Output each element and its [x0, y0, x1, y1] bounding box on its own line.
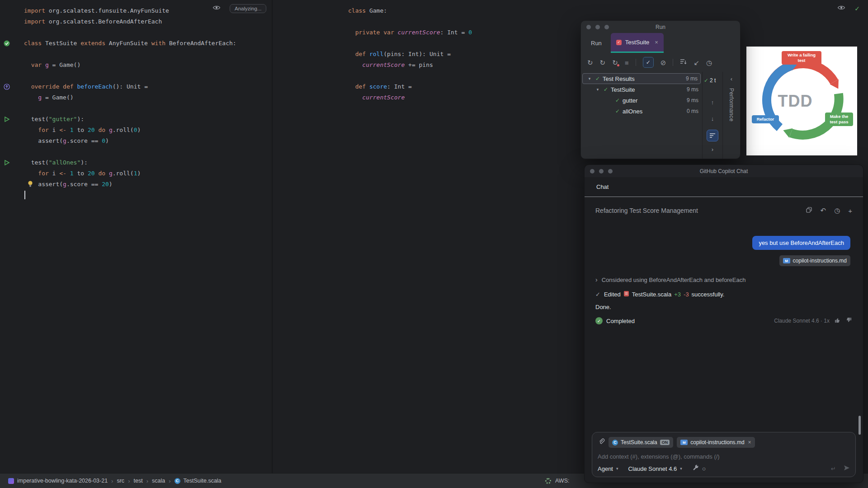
override-method-icon[interactable]: [4, 84, 10, 92]
tools-icon[interactable]: [692, 465, 699, 473]
code-line[interactable]: g = Game(): [24, 92, 236, 103]
tab-chat[interactable]: Chat: [596, 183, 609, 190]
chevron-down-icon[interactable]: ▾: [586, 76, 593, 81]
code-line[interactable]: private var currentScore: Int = 0: [348, 27, 472, 38]
rerun-failed-tests-icon[interactable]: ↻: [612, 59, 618, 66]
test-tree-row-allones[interactable]: ✓ allOnes 0 ms: [581, 106, 702, 117]
code-line[interactable]: for i <- 1 to 20 do g.roll(1): [24, 168, 236, 179]
window-minimize-icon[interactable]: [599, 169, 604, 174]
run-test-class-icon[interactable]: [4, 40, 10, 48]
considered-collapsible[interactable]: › Considered using BeforeAndAfterEach an…: [595, 276, 852, 283]
chat-input-box[interactable]: C TestSuite.scala ON M copilot-instructi…: [592, 432, 856, 477]
inspections-passed-icon[interactable]: ✓: [854, 5, 860, 12]
rerun-tests-icon[interactable]: ↻: [587, 59, 593, 66]
code-line[interactable]: import org.scalatest.BeforeAndAfterEach: [24, 16, 236, 27]
show-ignored-icon[interactable]: ⊘: [660, 59, 666, 66]
chat-input-placeholder[interactable]: Add context (#), extensions (@), command…: [598, 453, 850, 460]
code-line[interactable]: [24, 49, 236, 60]
filter-tests-icon[interactable]: [707, 130, 718, 141]
close-tab-icon[interactable]: ×: [655, 39, 658, 46]
test-tree-row-results[interactable]: ▾ ✓ Test Results 9 ms: [582, 73, 701, 84]
send-icon[interactable]: [843, 465, 850, 473]
sort-by-duration-icon[interactable]: [680, 58, 687, 66]
code-line[interactable]: [348, 38, 472, 49]
window-zoom-icon[interactable]: [608, 169, 613, 174]
collapse-icon[interactable]: ‹: [731, 75, 732, 82]
edited-file-link[interactable]: TestSuite.scala: [632, 291, 671, 298]
code-line[interactable]: def score: Int =: [348, 81, 472, 92]
breadcrumb-project[interactable]: imperative-bowling-kata-2026-03-21: [17, 478, 108, 484]
code-line[interactable]: [348, 16, 472, 27]
chat-window-titlebar[interactable]: GitHub Copilot Chat: [585, 165, 863, 177]
code-line[interactable]: override def beforeEach(): Unit =: [24, 81, 236, 92]
breadcrumb-file[interactable]: TestSuite.scala: [184, 478, 222, 484]
window-minimize-icon[interactable]: [595, 25, 600, 29]
context-chip-testsuite[interactable]: C TestSuite.scala ON: [609, 437, 673, 448]
lightbulb-icon[interactable]: [27, 180, 33, 189]
test-history-icon[interactable]: ◷: [706, 59, 712, 66]
next-test-icon[interactable]: ↓: [711, 115, 714, 122]
conversation-list-icon[interactable]: [806, 206, 812, 215]
eye-icon[interactable]: [212, 4, 221, 13]
code-line[interactable]: def roll(pins: Int): Unit =: [348, 49, 472, 60]
eye-icon[interactable]: [837, 4, 845, 13]
code-line[interactable]: test("gutter"):: [24, 114, 236, 125]
tab-testsuite[interactable]: ✓ TestSuite ×: [611, 33, 664, 53]
window-zoom-icon[interactable]: [604, 25, 609, 29]
code-line[interactable]: assert(g.score == 0): [24, 136, 236, 146]
code-line[interactable]: for i <- 1 to 20 do g.roll(0): [24, 125, 236, 136]
tab-run[interactable]: Run: [585, 33, 607, 53]
run-window-titlebar[interactable]: Run: [581, 21, 740, 33]
model-selector[interactable]: Claude Sonnet 4.6: [628, 465, 677, 472]
stop-icon[interactable]: ■: [625, 59, 629, 66]
breadcrumb-scala[interactable]: scala: [152, 478, 165, 484]
code-line[interactable]: currentScore += pins: [348, 60, 472, 70]
show-passed-toggle[interactable]: ✓: [643, 57, 654, 68]
code-line[interactable]: test("allOnes"):: [24, 157, 236, 168]
code-line[interactable]: class Game:: [348, 5, 472, 16]
code-editor-right[interactable]: class Game: private var currentScore: In…: [348, 5, 472, 103]
test-tree-row-suite[interactable]: ▾ ✓ TestSuite 9 ms: [581, 84, 702, 95]
mode-selector[interactable]: Agent: [598, 465, 613, 472]
breadcrumb-test[interactable]: test: [133, 478, 142, 484]
chevron-right-icon[interactable]: ›: [595, 276, 598, 283]
code-line[interactable]: import org.scalatest.funsuite.AnyFunSuit…: [24, 5, 236, 16]
code-line[interactable]: assert(g.score == 20): [24, 179, 236, 190]
history-icon[interactable]: ◷: [834, 206, 840, 215]
thumbs-down-icon[interactable]: [845, 317, 852, 325]
code-line[interactable]: [24, 103, 236, 114]
attach-context-icon[interactable]: [598, 438, 605, 447]
chevron-down-icon[interactable]: ▾: [594, 87, 601, 92]
scrollbar-thumb[interactable]: [859, 416, 861, 435]
window-close-icon[interactable]: [590, 169, 594, 174]
code-line[interactable]: currentScore: [348, 92, 472, 103]
context-chip-instructions[interactable]: M copilot-instructions.md ×: [677, 437, 755, 448]
editor-testsuite[interactable]: import org.scalatest.funsuite.AnyFunSuit…: [0, 0, 272, 473]
aws-status-label[interactable]: AWS:: [555, 478, 569, 484]
code-editor-left[interactable]: import org.scalatest.funsuite.AnyFunSuit…: [24, 5, 236, 201]
window-close-icon[interactable]: [586, 25, 591, 29]
test-tree-row-gutter[interactable]: ✓ gutter 9 ms: [581, 95, 702, 106]
attachment-chip[interactable]: M copilot-instructions.md: [779, 255, 850, 266]
code-line[interactable]: [348, 70, 472, 81]
code-line[interactable]: [24, 190, 236, 201]
code-line[interactable]: [24, 27, 236, 38]
loop-icon[interactable]: ○: [702, 465, 706, 472]
rerun-icon[interactable]: ↻: [600, 59, 606, 66]
new-chat-icon[interactable]: +: [848, 207, 852, 215]
code-line[interactable]: class TestSuite extends AnyFunSuite with…: [24, 38, 236, 49]
code-line[interactable]: [24, 70, 236, 81]
breadcrumb-src[interactable]: src: [117, 478, 124, 484]
status-sync-icon[interactable]: [545, 478, 551, 484]
code-line[interactable]: var g = Game(): [24, 60, 236, 70]
previous-test-icon[interactable]: ↑: [711, 99, 714, 106]
remove-chip-icon[interactable]: ×: [748, 439, 751, 446]
run-test-icon[interactable]: [4, 116, 10, 124]
expand-icon[interactable]: ›: [712, 146, 713, 153]
run-test-icon[interactable]: [4, 160, 10, 168]
undo-icon[interactable]: ↶: [821, 206, 826, 215]
import-test-results-icon[interactable]: ↙: [693, 59, 699, 66]
code-line[interactable]: [24, 146, 236, 157]
thumbs-up-icon[interactable]: [834, 317, 841, 325]
performance-tab[interactable]: Performance: [728, 88, 735, 122]
